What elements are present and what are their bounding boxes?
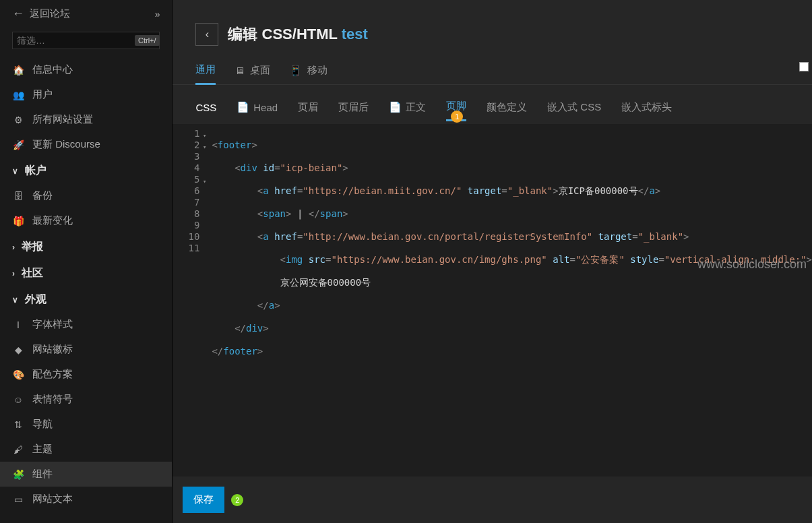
device-tab-label: 移动 bbox=[307, 64, 327, 77]
nav-icon: 🖌 bbox=[12, 444, 24, 455]
file-icon: 📄 bbox=[389, 101, 402, 113]
theme-name-link[interactable]: test bbox=[342, 26, 368, 42]
nav-icon: ▭ bbox=[12, 494, 24, 505]
section-tab[interactable]: 页眉 bbox=[298, 94, 318, 121]
filter-shortcut: Ctrl+/ bbox=[135, 35, 160, 46]
device-tabs: 通用🖥桌面📱移动 bbox=[173, 54, 812, 85]
line-number: 10 bbox=[173, 231, 199, 243]
sidebar-section-header[interactable]: ∨外观 bbox=[0, 286, 172, 312]
code-editor[interactable]: 1▾2▾345▾67891011 <footer> <div id="icp-b… bbox=[173, 124, 812, 476]
file-icon: 📄 bbox=[237, 101, 249, 113]
line-number: 8 bbox=[173, 208, 199, 220]
line-number: 4 bbox=[173, 162, 199, 174]
section-tab-label: Head bbox=[253, 102, 278, 113]
filter-input-wrap[interactable]: Ctrl+/ bbox=[12, 32, 160, 49]
line-gutter: 1▾2▾345▾67891011 bbox=[173, 124, 204, 476]
save-button[interactable]: 保存 bbox=[183, 487, 224, 513]
nav-icon: ⚙ bbox=[12, 115, 24, 125]
line-number: 1▾ bbox=[173, 128, 199, 140]
nav-label: 备份 bbox=[32, 189, 53, 202]
section-tab[interactable]: 嵌入式 CSS bbox=[547, 94, 601, 121]
filter-input[interactable] bbox=[17, 35, 135, 46]
sidebar-section-header[interactable]: ∨帐户 bbox=[0, 157, 172, 183]
nav-icon: 🎨 bbox=[12, 369, 24, 380]
sidebar-item[interactable]: 🗄备份 bbox=[0, 183, 172, 208]
section-tab[interactable]: 颜色定义 bbox=[487, 94, 527, 121]
sidebar-item[interactable]: 🎨配色方案 bbox=[0, 362, 172, 387]
sidebar-item[interactable]: 👥用户 bbox=[0, 82, 172, 107]
nav-label: 表情符号 bbox=[32, 393, 73, 406]
nav-label: 主题 bbox=[32, 443, 53, 456]
sidebar-item[interactable]: ⇅导航 bbox=[0, 412, 172, 437]
nav-label: 导航 bbox=[32, 418, 53, 431]
section-tab-label: 嵌入式 CSS bbox=[547, 101, 601, 114]
sidebar-item[interactable]: ⚙所有网站设置 bbox=[0, 107, 172, 132]
nav-label: 网站文本 bbox=[32, 493, 73, 505]
section-tab[interactable]: 页眉后 bbox=[338, 94, 369, 121]
nav-label: 更新 Discourse bbox=[32, 138, 100, 151]
sidebar-item[interactable]: ◆网站徽标 bbox=[0, 337, 172, 362]
nav-label: 组件 bbox=[32, 468, 53, 481]
nav-label: 字体样式 bbox=[32, 318, 73, 331]
nav-label: 所有网站设置 bbox=[32, 113, 93, 126]
collapse-icon[interactable]: » bbox=[155, 9, 160, 20]
chevron-icon: ∨ bbox=[12, 166, 18, 176]
nav-label: 信息中心 bbox=[32, 63, 73, 76]
section-tabs: CSS📄Head页眉页眉后📄正文页脚颜色定义嵌入式 CSS嵌入式标头1 bbox=[173, 85, 812, 121]
device-tab[interactable]: 📱移动 bbox=[289, 57, 327, 84]
toggle-checkbox[interactable] bbox=[799, 62, 809, 71]
nav-icon: 🧩 bbox=[12, 469, 24, 480]
chevron-icon: › bbox=[12, 269, 15, 278]
nav-icon: 🎁 bbox=[12, 216, 24, 226]
section-tab-label: 正文 bbox=[406, 101, 426, 114]
arrow-left-icon: ← bbox=[12, 7, 24, 21]
device-tab-label: 通用 bbox=[195, 63, 216, 76]
section-tab-label: 页眉后 bbox=[338, 101, 369, 114]
section-label: 帐户 bbox=[25, 164, 46, 178]
sidebar-item[interactable]: 🎁最新变化 bbox=[0, 208, 172, 233]
nav-icon: I bbox=[12, 319, 24, 330]
sidebar-item[interactable]: ▭网站文本 bbox=[0, 487, 172, 512]
nav-label: 网站徽标 bbox=[32, 343, 73, 356]
back-to-forum-link[interactable]: ← 返回论坛 bbox=[12, 7, 70, 21]
nav-icon: 🚀 bbox=[12, 140, 24, 150]
sidebar-item[interactable]: 🚀更新 Discourse bbox=[0, 132, 172, 157]
page-title: 编辑 CSS/HTML test bbox=[228, 24, 367, 44]
section-label: 社区 bbox=[22, 266, 43, 280]
section-tab[interactable]: 📄Head bbox=[237, 94, 278, 120]
sidebar: ← 返回论坛 » Ctrl+/ 🏠信息中心👥用户⚙所有网站设置🚀更新 Disco… bbox=[0, 0, 173, 523]
sidebar-item[interactable]: 🧩组件 bbox=[0, 462, 172, 487]
sidebar-item[interactable]: I字体样式 bbox=[0, 312, 172, 337]
code-content[interactable]: <footer> <div id="icp-beian"> <a href="h… bbox=[204, 124, 812, 476]
back-label: 返回论坛 bbox=[30, 7, 70, 20]
line-number: 6 bbox=[173, 185, 199, 197]
nav-label: 配色方案 bbox=[32, 368, 73, 381]
line-number: 9 bbox=[173, 220, 199, 231]
section-tab[interactable]: CSS bbox=[195, 95, 216, 120]
device-tab[interactable]: 通用 bbox=[195, 57, 216, 85]
line-number: 3 bbox=[173, 151, 199, 162]
sidebar-item[interactable]: 🏠信息中心 bbox=[0, 57, 172, 82]
main-content: ‹ 编辑 CSS/HTML test 通用🖥桌面📱移动 CSS📄Head页眉页眉… bbox=[173, 0, 812, 523]
device-tab[interactable]: 🖥桌面 bbox=[235, 57, 270, 84]
back-button[interactable]: ‹ bbox=[195, 23, 218, 46]
nav-icon: 👥 bbox=[12, 90, 24, 100]
nav-icon: ☺ bbox=[12, 394, 24, 405]
section-tab[interactable]: 嵌入式标头 bbox=[621, 94, 672, 121]
device-icon: 📱 bbox=[289, 65, 302, 77]
sidebar-section-header[interactable]: ›社区 bbox=[0, 259, 172, 286]
section-tab[interactable]: 📄正文 bbox=[389, 94, 426, 121]
chevron-icon: › bbox=[12, 243, 15, 252]
line-number: 7 bbox=[173, 197, 199, 208]
line-number: 5▾ bbox=[173, 174, 199, 185]
nav-label: 用户 bbox=[32, 88, 53, 101]
sidebar-section-header[interactable]: ›举报 bbox=[0, 233, 172, 259]
line-number: 2▾ bbox=[173, 140, 199, 151]
nav-icon: ◆ bbox=[12, 344, 24, 355]
watermark-text: www.soulcloser.com bbox=[697, 259, 807, 270]
device-icon: 🖥 bbox=[235, 65, 245, 76]
section-tab-label: 颜色定义 bbox=[487, 101, 527, 114]
sidebar-item[interactable]: ☺表情符号 bbox=[0, 387, 172, 412]
device-tab-label: 桌面 bbox=[250, 64, 270, 77]
sidebar-item[interactable]: 🖌主题 bbox=[0, 437, 172, 462]
